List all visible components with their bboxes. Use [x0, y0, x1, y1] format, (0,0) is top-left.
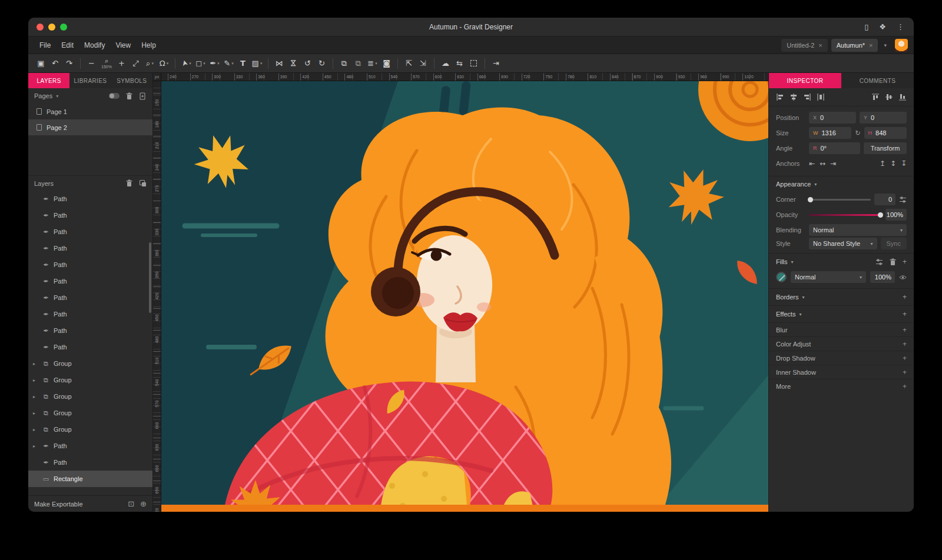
tab-comments[interactable]: COMMENTS [841, 73, 914, 88]
add-fill-icon[interactable]: + [903, 258, 907, 266]
anchor-left-icon[interactable]: ⇤ [809, 159, 815, 168]
canvas-artwork[interactable] [161, 81, 768, 512]
fill-color-swatch[interactable] [776, 272, 787, 282]
add-export-icon[interactable]: ⊕ [140, 499, 147, 508]
tab-layers[interactable]: LAYERS [28, 73, 69, 88]
layers-scrollbar[interactable] [149, 242, 151, 313]
fill-options-icon[interactable] [875, 258, 883, 266]
size-w-field[interactable]: W 1316 [809, 127, 851, 139]
pen-tool-button[interactable]: ✒▾ [208, 56, 221, 71]
menu-file[interactable]: File [34, 41, 56, 49]
layer-row-group-10[interactable]: ▸⧉Group [28, 355, 152, 372]
add-effect-icon[interactable]: + [903, 354, 907, 362]
menu-edit[interactable]: Edit [56, 41, 79, 49]
rotate-ccw-button[interactable]: ↺ [301, 56, 314, 71]
effect-row-inner-shadow[interactable]: Inner Shadow+ [769, 365, 914, 379]
constrain-proportions-icon[interactable]: ↻ [855, 129, 860, 137]
angle-field[interactable]: R 0° [809, 142, 860, 154]
layer-row-group-11[interactable]: ▸⧉Group [28, 372, 152, 388]
make-exportable-bar[interactable]: Make Exportable ⊡ ⊕ [28, 495, 152, 512]
pointer-tool-button[interactable]: ➤▾ [180, 56, 193, 71]
align-left-icon[interactable] [776, 93, 784, 101]
layer-row-path-1[interactable]: ✒Path [28, 207, 152, 224]
layer-row-group-14[interactable]: ▸⧉Group [28, 421, 152, 438]
rotate-cw-button[interactable]: ↻ [315, 56, 329, 71]
sync-button[interactable]: Sync [881, 238, 907, 249]
layer-row-path-7[interactable]: ✒Path [28, 306, 152, 322]
menu-modify[interactable]: Modify [79, 41, 110, 49]
layer-row-path-4[interactable]: ✒Path [28, 256, 152, 273]
doc-tab-untitled[interactable]: Untitled-2 × [781, 39, 828, 52]
tab-symbols[interactable]: SYMBOLS [111, 73, 152, 88]
shape-tool-button[interactable]: ◻▾ [194, 56, 207, 71]
layer-row-path-15[interactable]: ▸✒Path [28, 438, 152, 454]
zoom-in-button[interactable]: + [115, 56, 128, 71]
add-effect-icon[interactable]: + [903, 382, 907, 391]
group-button[interactable]: ⧉ [337, 56, 351, 71]
brush-tool-button[interactable]: ✎▾ [222, 56, 236, 71]
add-page-icon[interactable] [139, 92, 147, 100]
flip-vertical-button[interactable]: ⋈ [287, 56, 300, 71]
layer-row-path-6[interactable]: ✒Path [28, 289, 152, 306]
layer-row-group-13[interactable]: ▸⧉Group [28, 405, 152, 421]
layer-row-path-5[interactable]: ✒Path [28, 273, 152, 289]
appearance-header[interactable]: Appearance ▾ [769, 176, 914, 192]
anchor-top-icon[interactable]: ↥ [880, 159, 885, 168]
mask-button[interactable]: ◙ [380, 56, 393, 71]
layer-row-path-9[interactable]: ✒Path [28, 339, 152, 355]
align-top-icon[interactable] [871, 93, 880, 101]
blending-dropdown[interactable]: Normal ▾ [809, 224, 907, 236]
export-frame-icon[interactable]: ⊡ [128, 499, 134, 508]
arrange-button[interactable]: ≣▾ [366, 56, 379, 71]
minimize-window-button[interactable] [48, 24, 55, 31]
chevron-down-icon[interactable]: ▾ [56, 94, 58, 99]
close-window-button[interactable] [37, 24, 44, 31]
borders-header[interactable]: Borders ▾ + [769, 288, 914, 305]
layer-row-path-2[interactable]: ✒Path [28, 224, 152, 240]
redo-button[interactable]: ↷ [62, 56, 76, 71]
expander-icon[interactable]: ▸ [33, 394, 38, 399]
page-preview-icon[interactable]: ▯ [864, 22, 868, 31]
position-x-field[interactable]: X 0 [809, 112, 856, 124]
effects-header[interactable]: Effects ▾ + [769, 305, 914, 322]
fill-blend-dropdown[interactable]: Normal ▾ [791, 271, 866, 283]
tabs-overflow-icon[interactable]: ▾ [881, 42, 889, 48]
export-button[interactable]: ⇥ [489, 56, 503, 71]
layer-row-group-12[interactable]: ▸⧉Group [28, 388, 152, 405]
maximize-window-button[interactable] [60, 24, 67, 31]
zoom-level-control[interactable]: ⌕ 150% [99, 58, 114, 69]
flip-horizontal-button[interactable]: ⋈ [273, 56, 286, 71]
zoom-out-button[interactable]: − [85, 56, 98, 71]
layer-row-path-0[interactable]: ✒Path [28, 191, 152, 207]
zoom-tool-button[interactable]: ⌕▾ [143, 56, 157, 71]
anchor-bottom-icon[interactable]: ↧ [901, 159, 907, 168]
layer-row-path-8[interactable]: ✒Path [28, 322, 152, 339]
doc-tab-autumun[interactable]: Autumun* × [831, 39, 878, 52]
tab-inspector[interactable]: INSPECTOR [769, 73, 841, 88]
fills-header[interactable]: Fills ▾ + [769, 253, 914, 270]
align-center-h-icon[interactable] [790, 93, 798, 101]
anchor-center-h-icon[interactable]: ↔ [820, 159, 825, 168]
user-avatar[interactable] [895, 39, 908, 52]
menu-view[interactable]: View [110, 41, 136, 49]
anchor-right-icon[interactable]: ⇥ [830, 159, 836, 168]
transform-button[interactable]: Transform [864, 142, 907, 154]
expander-icon[interactable]: ▸ [33, 378, 38, 383]
delete-fill-icon[interactable] [889, 258, 897, 266]
close-tab-icon[interactable]: × [818, 42, 822, 49]
opacity-value[interactable]: 100% [885, 209, 907, 221]
image-tool-button[interactable]: ▨▾ [250, 56, 264, 71]
anchor-middle-icon[interactable]: ↕ [890, 159, 896, 168]
add-effect-icon[interactable]: + [903, 340, 907, 348]
layer-row-path-3[interactable]: ✒Path [28, 240, 152, 256]
add-effect-icon[interactable]: + [903, 368, 907, 376]
ungroup-button[interactable]: ⧉ [351, 56, 365, 71]
expander-icon[interactable]: ▸ [33, 427, 38, 432]
effect-row-drop-shadow[interactable]: Drop Shadow+ [769, 351, 914, 365]
layer-style-icon[interactable] [139, 179, 147, 187]
expander-icon[interactable]: ▸ [33, 361, 38, 366]
page-row-2[interactable]: Page 2 [28, 119, 152, 135]
delete-page-icon[interactable] [125, 92, 133, 100]
add-effect-icon[interactable]: + [903, 326, 907, 334]
extensions-icon[interactable]: ❖ [879, 22, 886, 31]
